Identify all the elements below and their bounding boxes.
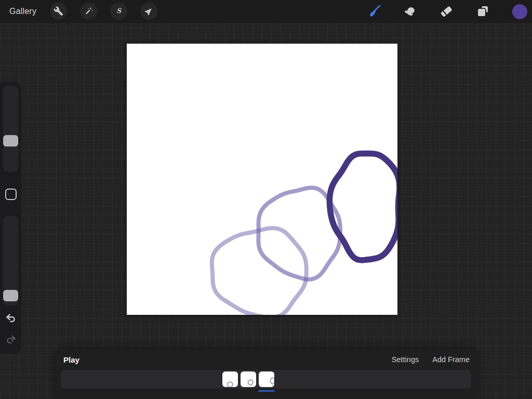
frame-1-preview bbox=[222, 371, 238, 387]
redo-icon bbox=[5, 334, 17, 346]
animation-settings-button[interactable]: Settings bbox=[392, 355, 419, 364]
actions-button[interactable] bbox=[50, 3, 67, 20]
eraser-icon bbox=[439, 4, 454, 19]
animation-header: Play Settings Add Frame bbox=[56, 349, 476, 370]
frame-3-preview bbox=[259, 371, 274, 387]
animation-assist-panel: Play Settings Add Frame bbox=[56, 349, 476, 399]
undo-icon bbox=[5, 312, 17, 325]
magic-wand-icon bbox=[84, 6, 94, 16]
layers-icon bbox=[475, 4, 490, 19]
drawing-canvas[interactable] bbox=[127, 44, 397, 315]
selection-button[interactable]: S bbox=[110, 3, 127, 20]
gallery-button[interactable]: Gallery bbox=[9, 7, 36, 16]
layers-button[interactable] bbox=[474, 3, 491, 20]
paintbrush-icon bbox=[366, 4, 382, 19]
selected-frame-indicator bbox=[258, 390, 275, 392]
brush-tool-button[interactable] bbox=[365, 3, 383, 20]
color-swatch-button[interactable] bbox=[511, 3, 528, 20]
add-frame-button[interactable]: Add Frame bbox=[432, 355, 470, 364]
frame-thumbnail-2[interactable] bbox=[241, 371, 256, 387]
transform-arrow-icon bbox=[144, 6, 154, 16]
svg-text:S: S bbox=[116, 7, 122, 15]
wrench-icon bbox=[54, 6, 63, 16]
play-button[interactable]: Play bbox=[63, 355, 79, 364]
current-color-dot bbox=[512, 4, 527, 19]
canvas-artwork bbox=[127, 44, 397, 315]
frame-thumbnail-3[interactable] bbox=[259, 371, 274, 387]
brush-sidebar bbox=[0, 82, 21, 354]
frame-2-preview bbox=[241, 371, 256, 387]
redo-button[interactable] bbox=[5, 334, 17, 346]
top-toolbar: Gallery S bbox=[0, 0, 532, 23]
selection-s-icon: S bbox=[114, 6, 124, 16]
frame-thumbnail-1[interactable] bbox=[222, 371, 238, 387]
smudge-finger-icon bbox=[403, 4, 417, 19]
modify-button[interactable] bbox=[5, 189, 17, 200]
brush-size-slider[interactable] bbox=[3, 86, 18, 172]
brush-size-handle[interactable] bbox=[3, 135, 18, 147]
opacity-handle[interactable] bbox=[3, 290, 18, 301]
adjustments-button[interactable] bbox=[80, 3, 97, 20]
transform-button[interactable] bbox=[140, 3, 157, 20]
undo-button[interactable] bbox=[5, 312, 17, 325]
eraser-tool-button[interactable] bbox=[437, 3, 455, 20]
smudge-tool-button[interactable] bbox=[401, 3, 419, 20]
